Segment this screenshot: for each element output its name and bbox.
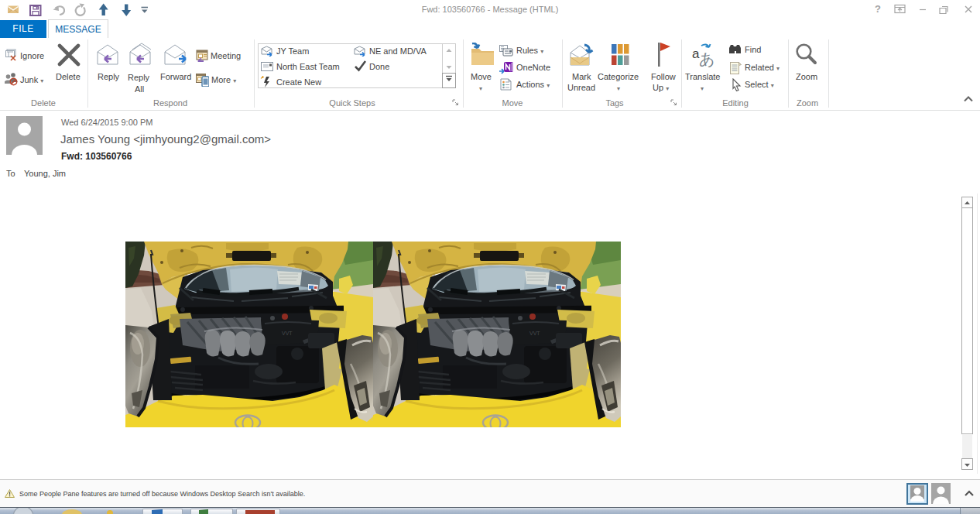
svg-text:あ: あ — [699, 50, 714, 67]
svg-text:?: ? — [875, 3, 881, 15]
